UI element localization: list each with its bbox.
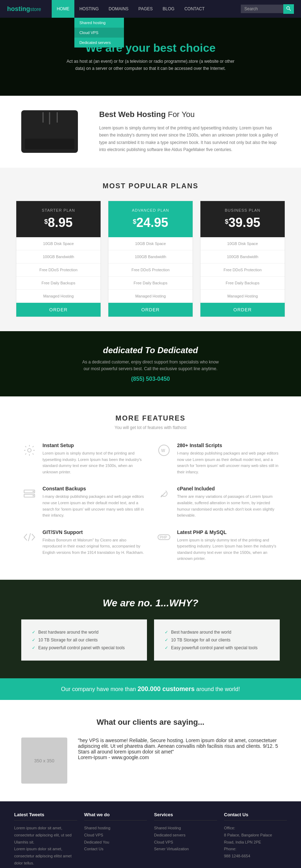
nav-pages[interactable]: PAGES: [134, 0, 158, 18]
search-input[interactable]: [241, 5, 283, 13]
feature-item: Managed Hosting: [200, 290, 285, 303]
footer: Latest Tweets Lorem ipsum dolor sit amet…: [0, 801, 301, 868]
feature-desc: There are many variations of passages of…: [177, 494, 280, 518]
feature-item: Free Daily Backups: [200, 277, 285, 290]
footer-link[interactable]: Cloud VPS: [154, 839, 217, 846]
plan-business-order-button[interactable]: ORDER: [200, 303, 285, 317]
footer-link[interactable]: Shared hosting: [84, 825, 147, 832]
why-heading: We are no. 1...WHY?: [21, 597, 280, 609]
feature-item: 100GB Bandwidth: [16, 250, 101, 263]
plan-advanced-header: ADVANCED PLAN $24.95: [108, 201, 193, 237]
gear-icon: [21, 443, 37, 458]
footer-col-tweets-title: Latest Tweets: [14, 812, 77, 820]
feature-git-text: GIT/SVN Support Finibus Bonorum et Malor…: [42, 529, 145, 562]
nav-hosting-link[interactable]: HOSTING: [74, 0, 104, 18]
footer-contact-address2: Road, India LPN 2PE: [224, 839, 287, 846]
plan-starter-price: $8.95: [23, 215, 93, 230]
why-list-1: Best hardware around the world 10 TB Sto…: [32, 628, 136, 652]
feature-title: 280+ Install Scripts: [177, 443, 280, 448]
plans-grid: STARTER PLAN $8.95 10GB Disk Space 100GB…: [14, 201, 287, 317]
router-image-container: [21, 110, 85, 153]
logo: hostingstore: [7, 5, 41, 13]
testimonial-heading: What our clients are saying...: [21, 718, 280, 727]
features-grid: Instant Setup Lorem ipsum is simply dumm…: [21, 443, 280, 562]
why-heading-emphasis: WHY?: [169, 597, 198, 608]
testimonial-image: 350 x 350: [21, 738, 67, 784]
customers-highlight: 200.000 customers: [137, 685, 194, 692]
footer-contact-phone-label: Phone:: [224, 846, 287, 853]
header: hostingstore HOME HOSTING Shared hosting…: [0, 0, 301, 18]
svg-point-0: [287, 6, 290, 9]
plan-starter-price-value: 8.95: [48, 215, 73, 230]
customers-text-prefix: Our company have more than: [61, 686, 137, 692]
nav-contact[interactable]: CONTACT: [180, 0, 210, 18]
why-section: We are no. 1...WHY? Best hardware around…: [0, 580, 301, 678]
footer-link[interactable]: Shared Hosting: [154, 825, 217, 832]
plan-advanced-price-value: 24.95: [136, 215, 168, 230]
footer-tweet-2: Lorem ipsum dolor sit amet, consectetur …: [14, 846, 77, 867]
nav-blog[interactable]: BLOG: [158, 0, 179, 18]
dedicated-heading-emphasis: To Dedicated: [145, 345, 198, 355]
backup-icon: [21, 486, 37, 502]
plan-business-currency: $: [225, 218, 228, 226]
footer-link[interactable]: Dedicated You: [84, 839, 147, 846]
feature-instant-setup: Instant Setup Lorem ipsum is simply dumm…: [21, 443, 145, 475]
svg-point-8: [33, 495, 34, 496]
feature-instant-setup-text: Instant Setup Lorem ipsum is simply dumm…: [42, 443, 145, 475]
search-icon: [286, 6, 291, 11]
why-list-item: Best hardware around the world: [165, 628, 269, 636]
footer-contact-address1: 8 Palace, Bangalore Palace: [224, 832, 287, 839]
feature-title: Latest PHP & MySQL: [177, 529, 280, 535]
nav-domains[interactable]: DOMAINS: [104, 0, 134, 18]
feature-item: Free Daily Backups: [108, 277, 193, 290]
footer-link[interactable]: Contact Us: [84, 846, 147, 853]
feature-heading-bold: Best Web Hosting: [99, 110, 166, 119]
footer-link[interactable]: Dedicated servers: [154, 832, 217, 839]
svg-text:W: W: [161, 448, 165, 453]
plan-advanced-name: ADVANCED PLAN: [115, 208, 186, 212]
feature-item: Managed Hosting: [108, 290, 193, 303]
footer-link[interactable]: Server Virtualization: [154, 846, 217, 853]
plan-business-features: 10GB Disk Space 100GB Bandwidth Free DDo…: [200, 237, 285, 303]
why-list-2: Best hardware around the world 10 TB Sto…: [165, 628, 269, 652]
footer-col-what-we-do: What we do Shared hosting Cloud VPS Dedi…: [84, 812, 147, 867]
router-image: [21, 110, 78, 153]
feature-title: cPanel Included: [177, 486, 280, 491]
dedicated-content: dedicated To Dedicated As a dedicated cu…: [80, 345, 221, 382]
feature-heading-suffix: For You: [166, 110, 195, 119]
nav-hosting[interactable]: HOSTING Shared hosting Cloud VPS Dedicat…: [74, 0, 104, 18]
footer-tweet-1: Lorem ipsum dolor sit amet, consectetur …: [14, 825, 77, 846]
why-list-item: Easy powerfull control panel with specia…: [32, 644, 136, 652]
feature-install-scripts: W 280+ Install Scripts I-many desktop pu…: [156, 443, 280, 475]
dedicated-phone: (855) 503-0450: [80, 376, 221, 382]
plan-starter: STARTER PLAN $8.95 10GB Disk Space 100GB…: [16, 201, 101, 317]
svg-point-7: [33, 491, 34, 492]
plan-advanced: ADVANCED PLAN $24.95 10GB Disk Space 100…: [108, 201, 193, 317]
footer-link[interactable]: Cloud VPS: [84, 832, 147, 839]
main-nav: HOME HOSTING Shared hosting Cloud VPS De…: [52, 0, 241, 18]
feature-text: Best Web Hosting For You Lorem ipsum is …: [99, 110, 280, 154]
footer-col-contact-title: Contact Us: [224, 812, 287, 820]
feature-heading: Best Web Hosting For You: [99, 110, 280, 119]
testimonial-section: What our clients are saying... 350 x 350…: [0, 700, 301, 801]
dropdown-dedicated[interactable]: Dedicated servers: [74, 38, 124, 48]
dropdown-shared[interactable]: Shared hosting: [74, 18, 124, 28]
feature-desc: I-many desktop publishing packages and w…: [177, 450, 280, 475]
hosting-dropdown: Shared hosting Cloud VPS Dedicated serve…: [74, 18, 124, 48]
feature-desc: Finibus Bonorum et Malorum" by Cicero ar…: [42, 537, 145, 556]
testimonial-author: Lorem-Ipsum - www.google.com: [78, 755, 280, 760]
plan-advanced-currency: $: [133, 218, 136, 226]
feature-item: Managed Hosting: [16, 290, 101, 303]
plan-advanced-order-button[interactable]: ORDER: [108, 303, 193, 317]
feature-desc: I-many desktop publishing packages and w…: [42, 494, 145, 518]
feature-desc: Lorem ipsum is simply dummy text of the …: [177, 537, 280, 562]
hero-section: We are your best choice Act as host at (…: [0, 18, 301, 96]
why-heading-prefix: We are no. 1...: [103, 597, 169, 608]
testimonial-content: 350 x 350 "hey VPS is awesome! Reliable,…: [21, 738, 280, 784]
footer-contact-phone: 988 1248-6654: [224, 853, 287, 860]
plan-business-price-value: 39.95: [228, 215, 260, 230]
search-button[interactable]: [283, 4, 294, 14]
plan-starter-order-button[interactable]: ORDER: [16, 303, 101, 317]
nav-home[interactable]: HOME: [52, 0, 74, 18]
dropdown-cloud-vps[interactable]: Cloud VPS: [74, 28, 124, 38]
